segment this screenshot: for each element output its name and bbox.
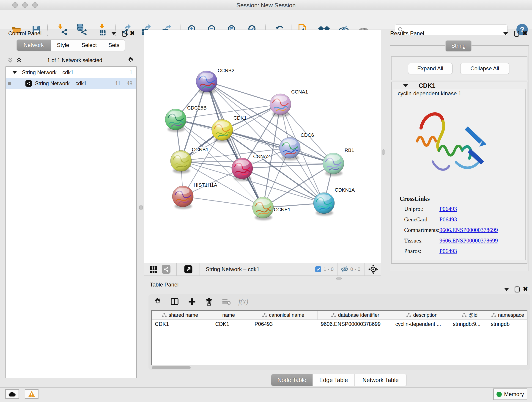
right-splitter-handle[interactable] <box>382 149 385 155</box>
node-CDC25B[interactable]: CDC25B <box>165 105 207 132</box>
table-horizontal-scrollbar[interactable] <box>152 366 191 369</box>
show-column-button[interactable] <box>169 296 181 307</box>
node-CCNE1[interactable]: CCNE1 <box>253 197 291 220</box>
edge[interactable] <box>207 81 263 208</box>
node-CDKN1A[interactable]: CDKN1A <box>313 187 355 216</box>
cloud-icon <box>8 391 16 397</box>
results-panel-menu-caret[interactable] <box>503 32 508 35</box>
column-header[interactable]: name <box>208 311 249 319</box>
node-CCNA1[interactable]: CCNA1 <box>270 89 308 117</box>
delete-column-button[interactable] <box>203 296 215 307</box>
collapse-all-button[interactable]: Collapse All <box>460 63 509 74</box>
control-panel-close-icon[interactable]: ✖ <box>130 30 135 36</box>
network-graph: CCNB2CCNA1CDC25BCDK1CDC6RB1CCNB1CCNA2CDK… <box>144 30 381 263</box>
grid-view-button[interactable] <box>149 265 158 273</box>
birdseye-button[interactable] <box>368 264 378 274</box>
import-network-button[interactable] <box>56 23 69 36</box>
cell-canonical-name: P06493 <box>249 320 317 328</box>
separator <box>365 263 365 275</box>
function-builder-button[interactable]: f(x) <box>235 296 252 307</box>
network-node-count: 11 <box>115 80 121 87</box>
node-CCNB1[interactable]: CCNB1 <box>171 147 209 173</box>
tab-network-table[interactable]: Network Table <box>355 374 406 386</box>
bottom-splitter-handle[interactable] <box>336 277 342 280</box>
collection-count: 1 <box>129 70 133 76</box>
control-panel-menu-caret[interactable] <box>111 32 116 35</box>
tab-node-table[interactable]: Node Table <box>271 374 313 386</box>
edge[interactable] <box>181 161 333 163</box>
tab-sets[interactable]: Sets <box>103 40 125 51</box>
tab-network[interactable]: Network <box>17 40 51 51</box>
table-panel-float-icon[interactable] <box>515 287 520 293</box>
crosslink-value[interactable]: P06493 <box>439 248 457 254</box>
crosslinks-title: CrossLinks <box>399 195 430 202</box>
crosslink-value[interactable]: 9606.ENSP00000378699 <box>439 237 498 244</box>
left-splitter-handle[interactable] <box>139 205 143 210</box>
column-header[interactable]: shared name <box>152 311 208 319</box>
delete-table-button[interactable] <box>220 296 232 307</box>
node-label: CCNE1 <box>274 207 291 212</box>
fx-icon: f(x) <box>238 298 248 306</box>
cell-database-identifier: 9606.ENSP00000378699 <box>317 320 393 328</box>
hidden-toggle[interactable] <box>341 266 348 273</box>
selected-checkbox[interactable] <box>315 266 321 272</box>
column-header[interactable]: canonical name <box>249 311 317 319</box>
column-header[interactable]: namespace <box>488 311 527 319</box>
table-panel-menu-caret[interactable] <box>504 288 509 291</box>
control-panel-float-icon[interactable] <box>122 31 127 37</box>
network-canvas[interactable]: CCNB2CCNA1CDC25BCDK1CDC6RB1CCNB1CCNA2CDK… <box>144 30 381 263</box>
gloss <box>283 139 297 146</box>
table-settings-button[interactable] <box>152 296 164 307</box>
separator <box>337 263 337 275</box>
expand-all-button[interactable]: Expand All <box>408 63 452 74</box>
gear-icon[interactable] <box>127 57 134 64</box>
network-view-title: String Network – cdk1 <box>206 266 260 273</box>
tab-edge-table[interactable]: Edge Table <box>313 374 355 386</box>
add-column-button[interactable] <box>186 296 198 307</box>
network-collection-row[interactable]: String Network – cdk1 1 <box>6 67 136 78</box>
node-label: RB1 <box>345 148 354 153</box>
tab-select[interactable]: Select <box>75 40 103 51</box>
collection-expand-caret[interactable] <box>12 71 17 74</box>
import-network-from-database-button[interactable] <box>75 23 88 36</box>
column-header[interactable]: database identifier <box>317 311 393 319</box>
network-row-selected[interactable]: String Network – cdk1 11 48 <box>6 78 136 89</box>
warnings-button[interactable] <box>25 389 38 399</box>
column-header[interactable]: @id <box>451 311 488 319</box>
collapse-all-icon[interactable] <box>7 57 13 64</box>
expand-all-icon[interactable] <box>16 57 22 64</box>
columns-icon <box>171 298 179 306</box>
import-table-button[interactable] <box>96 23 109 36</box>
cloud-button[interactable] <box>5 389 19 399</box>
crosslink-value[interactable]: P06493 <box>439 216 457 223</box>
crosslink-label: Uniprot: <box>404 206 424 212</box>
tab-style[interactable]: Style <box>51 40 75 51</box>
plus-icon <box>188 298 196 306</box>
results-panel-close-icon[interactable]: ✖ <box>522 30 528 36</box>
memory-button[interactable]: Memory <box>493 389 527 400</box>
crosslink-value[interactable]: P06493 <box>439 206 457 212</box>
gloss <box>215 121 229 128</box>
gloss <box>174 152 188 159</box>
protein-section-caret[interactable] <box>403 84 409 87</box>
network-view-toolbar: String Network – cdk1 1 - 0 0 - 0 <box>144 263 381 276</box>
titlebar: Session: New Session <box>0 0 532 10</box>
detach-view-button[interactable] <box>184 265 193 274</box>
node-HIST1H1A[interactable]: HIST1H1A <box>172 182 217 209</box>
cell-id: stringdb:9... <box>451 320 488 328</box>
results-panel-float-icon[interactable] <box>514 31 519 37</box>
network-share-icon <box>61 28 68 36</box>
table-panel-close-icon[interactable]: ✖ <box>523 286 528 292</box>
tab-string[interactable]: String <box>446 41 471 51</box>
edge[interactable] <box>183 196 263 208</box>
node-RB1[interactable]: RB1 <box>323 148 354 176</box>
share-icon <box>163 267 169 272</box>
table-row[interactable]: CDK1 CDK1 P06493 9606.ENSP00000378699 cy… <box>152 320 527 328</box>
column-header[interactable]: description <box>393 311 451 319</box>
node-CDK1[interactable]: CDK1 <box>212 115 247 143</box>
crosslink-value[interactable]: 9606.ENSP00000378699 <box>439 227 498 233</box>
memory-label: Memory <box>504 391 524 397</box>
node-label: CDC6 <box>301 133 314 138</box>
edge[interactable] <box>242 163 333 168</box>
network-type-badge[interactable] <box>162 265 171 274</box>
